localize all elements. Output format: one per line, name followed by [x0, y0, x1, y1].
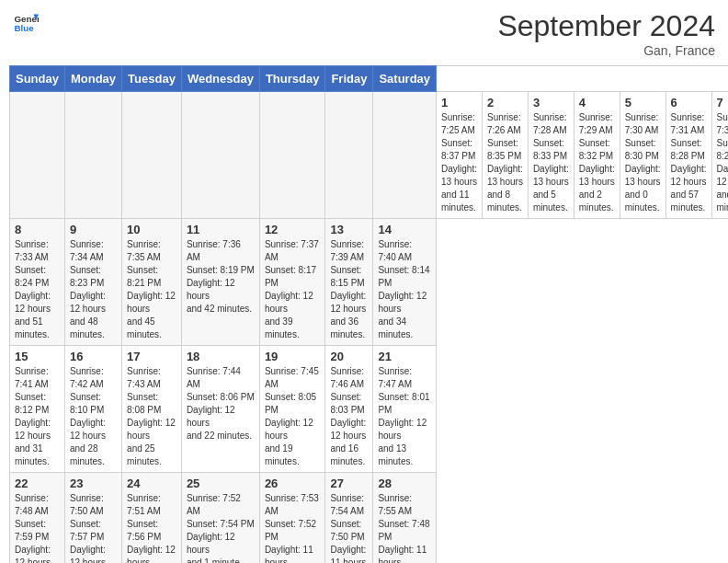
day-info: Sunrise: 7:48 AM Sunset: 7:59 PM Dayligh… — [15, 492, 60, 563]
calendar-cell: 14Sunrise: 7:40 AM Sunset: 8:14 PM Dayli… — [373, 219, 437, 346]
calendar-cell: 20Sunrise: 7:46 AM Sunset: 8:03 PM Dayli… — [325, 346, 373, 473]
calendar-cell: 4Sunrise: 7:29 AM Sunset: 8:32 PM Daylig… — [574, 92, 620, 219]
day-info: Sunrise: 7:46 AM Sunset: 8:03 PM Dayligh… — [330, 365, 368, 468]
calendar-cell: 8Sunrise: 7:33 AM Sunset: 8:24 PM Daylig… — [10, 219, 65, 346]
location: Gan, France — [497, 43, 715, 58]
day-number: 20 — [330, 350, 368, 363]
day-number: 5 — [625, 96, 661, 109]
calendar-cell: 28Sunrise: 7:55 AM Sunset: 7:48 PM Dayli… — [373, 473, 437, 564]
calendar-cell: 21Sunrise: 7:47 AM Sunset: 8:01 PM Dayli… — [373, 346, 437, 473]
day-number: 6 — [671, 96, 707, 109]
calendar-cell: 9Sunrise: 7:34 AM Sunset: 8:23 PM Daylig… — [64, 219, 121, 346]
calendar-cell: 17Sunrise: 7:43 AM Sunset: 8:08 PM Dayli… — [122, 346, 182, 473]
header-friday: Friday — [325, 66, 373, 92]
day-info: Sunrise: 7:25 AM Sunset: 8:37 PM Dayligh… — [441, 111, 477, 214]
day-number: 2 — [487, 96, 523, 109]
day-number: 4 — [579, 96, 615, 109]
calendar-cell — [259, 92, 325, 219]
day-info: Sunrise: 7:50 AM Sunset: 7:57 PM Dayligh… — [70, 492, 117, 563]
day-info: Sunrise: 7:39 AM Sunset: 8:15 PM Dayligh… — [330, 238, 368, 341]
calendar-table: SundayMondayTuesdayWednesdayThursdayFrid… — [9, 65, 728, 563]
day-number: 3 — [533, 96, 569, 109]
calendar-cell: 15Sunrise: 7:41 AM Sunset: 8:12 PM Dayli… — [10, 346, 65, 473]
day-info: Sunrise: 7:28 AM Sunset: 8:33 PM Dayligh… — [533, 111, 569, 214]
day-info: Sunrise: 7:31 AM Sunset: 8:28 PM Dayligh… — [671, 111, 707, 214]
calendar-cell: 7Sunrise: 7:32 AM Sunset: 8:26 PM Daylig… — [711, 92, 728, 219]
calendar-cell — [181, 92, 259, 219]
day-number: 25 — [187, 477, 255, 490]
calendar-cell: 22Sunrise: 7:48 AM Sunset: 7:59 PM Dayli… — [10, 473, 65, 564]
day-number: 27 — [330, 477, 368, 490]
day-number: 17 — [127, 350, 176, 363]
day-info: Sunrise: 7:26 AM Sunset: 8:35 PM Dayligh… — [487, 111, 523, 214]
week-row-3: 15Sunrise: 7:41 AM Sunset: 8:12 PM Dayli… — [10, 346, 729, 473]
calendar-cell — [325, 92, 373, 219]
day-number: 15 — [15, 350, 60, 363]
calendar-cell: 18Sunrise: 7:44 AM Sunset: 8:06 PM Dayli… — [181, 346, 259, 473]
month-title: September 2024 — [497, 9, 715, 43]
header-monday: Monday — [64, 66, 121, 92]
day-number: 8 — [15, 223, 60, 236]
day-number: 1 — [441, 96, 477, 109]
day-number: 23 — [70, 477, 117, 490]
day-info: Sunrise: 7:36 AM Sunset: 8:19 PM Dayligh… — [187, 238, 255, 316]
header-tuesday: Tuesday — [122, 66, 182, 92]
week-row-4: 22Sunrise: 7:48 AM Sunset: 7:59 PM Dayli… — [10, 473, 729, 564]
day-number: 13 — [330, 223, 368, 236]
day-number: 28 — [378, 477, 431, 490]
day-number: 19 — [265, 350, 321, 363]
calendar-header-row: SundayMondayTuesdayWednesdayThursdayFrid… — [10, 66, 729, 92]
calendar-cell: 25Sunrise: 7:52 AM Sunset: 7:54 PM Dayli… — [181, 473, 259, 564]
page-header: General Blue September 2024 Gan, France — [9, 9, 719, 58]
day-info: Sunrise: 7:45 AM Sunset: 8:05 PM Dayligh… — [265, 365, 321, 468]
day-info: Sunrise: 7:34 AM Sunset: 8:23 PM Dayligh… — [70, 238, 117, 341]
calendar-cell: 3Sunrise: 7:28 AM Sunset: 8:33 PM Daylig… — [528, 92, 574, 219]
header-saturday: Saturday — [373, 66, 437, 92]
day-number: 14 — [378, 223, 431, 236]
calendar-cell: 19Sunrise: 7:45 AM Sunset: 8:05 PM Dayli… — [259, 346, 325, 473]
calendar-cell — [10, 92, 65, 219]
day-number: 10 — [127, 223, 176, 236]
day-info: Sunrise: 7:42 AM Sunset: 8:10 PM Dayligh… — [70, 365, 117, 468]
header-thursday: Thursday — [259, 66, 325, 92]
day-info: Sunrise: 7:29 AM Sunset: 8:32 PM Dayligh… — [579, 111, 615, 214]
day-number: 9 — [70, 223, 117, 236]
logo-icon: General Blue — [13, 9, 39, 35]
calendar-cell: 23Sunrise: 7:50 AM Sunset: 7:57 PM Dayli… — [64, 473, 121, 564]
day-info: Sunrise: 7:32 AM Sunset: 8:26 PM Dayligh… — [717, 111, 729, 214]
day-number: 11 — [187, 223, 255, 236]
calendar-cell — [122, 92, 182, 219]
day-info: Sunrise: 7:35 AM Sunset: 8:21 PM Dayligh… — [127, 238, 176, 341]
header-sunday: Sunday — [10, 66, 65, 92]
day-info: Sunrise: 7:51 AM Sunset: 7:56 PM Dayligh… — [127, 492, 176, 563]
week-row-2: 8Sunrise: 7:33 AM Sunset: 8:24 PM Daylig… — [10, 219, 729, 346]
day-info: Sunrise: 7:53 AM Sunset: 7:52 PM Dayligh… — [265, 492, 321, 563]
calendar-cell — [64, 92, 121, 219]
calendar-cell: 24Sunrise: 7:51 AM Sunset: 7:56 PM Dayli… — [122, 473, 182, 564]
calendar-cell: 5Sunrise: 7:30 AM Sunset: 8:30 PM Daylig… — [620, 92, 665, 219]
day-info: Sunrise: 7:47 AM Sunset: 8:01 PM Dayligh… — [378, 365, 431, 468]
day-info: Sunrise: 7:43 AM Sunset: 8:08 PM Dayligh… — [127, 365, 176, 468]
calendar-cell: 26Sunrise: 7:53 AM Sunset: 7:52 PM Dayli… — [259, 473, 325, 564]
calendar-cell: 1Sunrise: 7:25 AM Sunset: 8:37 PM Daylig… — [437, 92, 483, 219]
day-number: 12 — [265, 223, 321, 236]
calendar-cell — [373, 92, 437, 219]
header-wednesday: Wednesday — [181, 66, 259, 92]
day-info: Sunrise: 7:54 AM Sunset: 7:50 PM Dayligh… — [330, 492, 368, 563]
calendar-cell: 11Sunrise: 7:36 AM Sunset: 8:19 PM Dayli… — [181, 219, 259, 346]
day-number: 16 — [70, 350, 117, 363]
svg-text:Blue: Blue — [14, 23, 34, 33]
day-number: 7 — [717, 96, 729, 109]
calendar-cell: 16Sunrise: 7:42 AM Sunset: 8:10 PM Dayli… — [64, 346, 121, 473]
day-info: Sunrise: 7:33 AM Sunset: 8:24 PM Dayligh… — [15, 238, 60, 341]
day-info: Sunrise: 7:41 AM Sunset: 8:12 PM Dayligh… — [15, 365, 60, 468]
calendar-cell: 10Sunrise: 7:35 AM Sunset: 8:21 PM Dayli… — [122, 219, 182, 346]
day-info: Sunrise: 7:55 AM Sunset: 7:48 PM Dayligh… — [378, 492, 431, 563]
day-info: Sunrise: 7:37 AM Sunset: 8:17 PM Dayligh… — [265, 238, 321, 341]
week-row-1: 1Sunrise: 7:25 AM Sunset: 8:37 PM Daylig… — [10, 92, 729, 219]
day-number: 22 — [15, 477, 60, 490]
calendar-cell: 27Sunrise: 7:54 AM Sunset: 7:50 PM Dayli… — [325, 473, 373, 564]
calendar-cell: 13Sunrise: 7:39 AM Sunset: 8:15 PM Dayli… — [325, 219, 373, 346]
day-info: Sunrise: 7:30 AM Sunset: 8:30 PM Dayligh… — [625, 111, 661, 214]
day-info: Sunrise: 7:44 AM Sunset: 8:06 PM Dayligh… — [187, 365, 255, 442]
